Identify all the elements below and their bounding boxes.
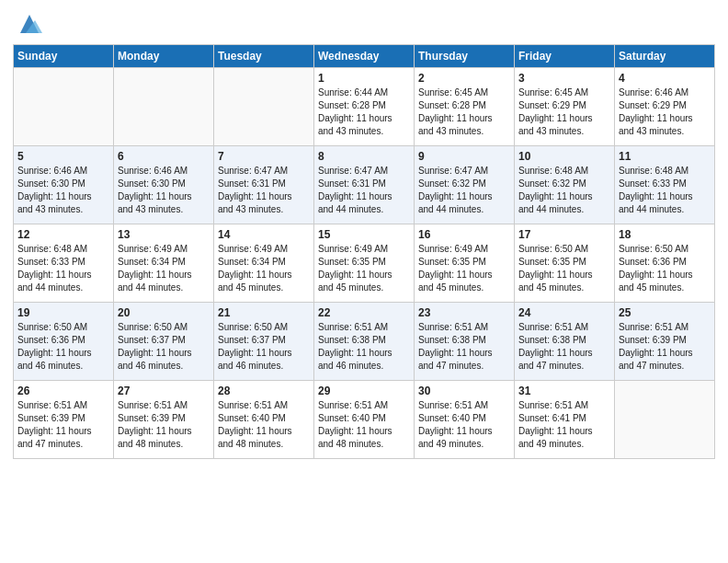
day-info: Sunrise: 6:47 AM Sunset: 6:32 PM Dayligh…: [418, 165, 510, 216]
header: [13, 9, 715, 37]
day-number: 23: [418, 306, 510, 319]
day-cell: 30Sunrise: 6:51 AM Sunset: 6:40 PM Dayli…: [415, 381, 515, 459]
day-cell: 14Sunrise: 6:49 AM Sunset: 6:34 PM Dayli…: [214, 224, 314, 303]
day-number: 22: [318, 306, 410, 319]
day-number: 18: [619, 228, 711, 241]
day-number: 3: [518, 72, 610, 85]
weekday-header-row: SundayMondayTuesdayWednesdayThursdayFrid…: [14, 45, 715, 68]
day-cell: 5Sunrise: 6:46 AM Sunset: 6:30 PM Daylig…: [14, 146, 114, 224]
week-row-3: 12Sunrise: 6:48 AM Sunset: 6:33 PM Dayli…: [14, 224, 715, 303]
day-cell: [14, 68, 114, 146]
weekday-sunday: Sunday: [14, 45, 114, 68]
day-cell: 29Sunrise: 6:51 AM Sunset: 6:40 PM Dayli…: [314, 381, 415, 459]
day-info: Sunrise: 6:50 AM Sunset: 6:36 PM Dayligh…: [619, 243, 711, 294]
day-info: Sunrise: 6:48 AM Sunset: 6:32 PM Dayligh…: [518, 165, 610, 216]
day-info: Sunrise: 6:49 AM Sunset: 6:35 PM Dayligh…: [418, 243, 510, 294]
day-cell: 27Sunrise: 6:51 AM Sunset: 6:39 PM Dayli…: [114, 381, 214, 459]
day-cell: 31Sunrise: 6:51 AM Sunset: 6:41 PM Dayli…: [515, 381, 615, 459]
day-info: Sunrise: 6:50 AM Sunset: 6:35 PM Dayligh…: [518, 243, 610, 294]
day-number: 21: [218, 306, 310, 319]
day-info: Sunrise: 6:49 AM Sunset: 6:34 PM Dayligh…: [118, 243, 210, 294]
day-cell: 12Sunrise: 6:48 AM Sunset: 6:33 PM Dayli…: [14, 224, 114, 303]
day-number: 10: [518, 150, 610, 163]
weekday-tuesday: Tuesday: [214, 45, 314, 68]
weekday-friday: Friday: [515, 45, 615, 68]
day-info: Sunrise: 6:51 AM Sunset: 6:40 PM Dayligh…: [418, 399, 510, 451]
day-number: 5: [17, 150, 109, 163]
day-info: Sunrise: 6:51 AM Sunset: 6:38 PM Dayligh…: [518, 321, 610, 373]
day-number: 2: [418, 72, 510, 85]
weekday-wednesday: Wednesday: [314, 45, 415, 68]
logo-icon: [17, 11, 42, 37]
day-number: 7: [218, 150, 310, 163]
day-number: 25: [619, 306, 711, 319]
day-info: Sunrise: 6:46 AM Sunset: 6:30 PM Dayligh…: [118, 165, 210, 216]
day-cell: 16Sunrise: 6:49 AM Sunset: 6:35 PM Dayli…: [415, 224, 515, 303]
day-number: 26: [17, 385, 109, 397]
day-info: Sunrise: 6:47 AM Sunset: 6:31 PM Dayligh…: [218, 165, 310, 216]
day-info: Sunrise: 6:46 AM Sunset: 6:29 PM Dayligh…: [619, 86, 711, 138]
day-cell: 28Sunrise: 6:51 AM Sunset: 6:40 PM Dayli…: [214, 381, 314, 459]
day-cell: 1Sunrise: 6:44 AM Sunset: 6:28 PM Daylig…: [314, 68, 415, 146]
day-info: Sunrise: 6:51 AM Sunset: 6:41 PM Dayligh…: [518, 399, 610, 451]
day-number: 31: [518, 385, 610, 397]
day-number: 29: [318, 385, 410, 397]
day-cell: 2Sunrise: 6:45 AM Sunset: 6:28 PM Daylig…: [415, 68, 515, 146]
day-cell: 4Sunrise: 6:46 AM Sunset: 6:29 PM Daylig…: [615, 68, 715, 146]
day-cell: 26Sunrise: 6:51 AM Sunset: 6:39 PM Dayli…: [14, 381, 114, 459]
day-number: 19: [17, 306, 109, 319]
day-cell: 10Sunrise: 6:48 AM Sunset: 6:32 PM Dayli…: [515, 146, 615, 224]
week-row-1: 1Sunrise: 6:44 AM Sunset: 6:28 PM Daylig…: [14, 68, 715, 146]
page: SundayMondayTuesdayWednesdayThursdayFrid…: [0, 0, 728, 563]
day-cell: 19Sunrise: 6:50 AM Sunset: 6:36 PM Dayli…: [14, 303, 114, 381]
day-info: Sunrise: 6:50 AM Sunset: 6:37 PM Dayligh…: [218, 321, 310, 373]
day-number: 1: [318, 72, 410, 85]
day-number: 28: [218, 385, 310, 397]
day-cell: [214, 68, 314, 146]
day-info: Sunrise: 6:51 AM Sunset: 6:40 PM Dayligh…: [318, 399, 410, 451]
day-info: Sunrise: 6:51 AM Sunset: 6:38 PM Dayligh…: [318, 321, 410, 373]
day-info: Sunrise: 6:46 AM Sunset: 6:30 PM Dayligh…: [17, 165, 109, 216]
day-info: Sunrise: 6:50 AM Sunset: 6:37 PM Dayligh…: [118, 321, 210, 373]
day-cell: [615, 381, 715, 459]
day-cell: 7Sunrise: 6:47 AM Sunset: 6:31 PM Daylig…: [214, 146, 314, 224]
day-number: 12: [17, 228, 109, 241]
day-cell: 20Sunrise: 6:50 AM Sunset: 6:37 PM Dayli…: [114, 303, 214, 381]
day-number: 13: [118, 228, 210, 241]
day-cell: 17Sunrise: 6:50 AM Sunset: 6:35 PM Dayli…: [515, 224, 615, 303]
day-number: 30: [418, 385, 510, 397]
day-cell: 21Sunrise: 6:50 AM Sunset: 6:37 PM Dayli…: [214, 303, 314, 381]
day-info: Sunrise: 6:51 AM Sunset: 6:40 PM Dayligh…: [218, 399, 310, 451]
day-info: Sunrise: 6:44 AM Sunset: 6:28 PM Dayligh…: [318, 86, 410, 138]
day-number: 17: [518, 228, 610, 241]
day-info: Sunrise: 6:51 AM Sunset: 6:39 PM Dayligh…: [17, 399, 109, 451]
day-number: 4: [619, 72, 711, 85]
day-number: 11: [619, 150, 711, 163]
logo: [13, 9, 42, 37]
day-cell: 11Sunrise: 6:48 AM Sunset: 6:33 PM Dayli…: [615, 146, 715, 224]
day-cell: 13Sunrise: 6:49 AM Sunset: 6:34 PM Dayli…: [114, 224, 214, 303]
day-info: Sunrise: 6:48 AM Sunset: 6:33 PM Dayligh…: [619, 165, 711, 216]
day-info: Sunrise: 6:50 AM Sunset: 6:36 PM Dayligh…: [17, 321, 109, 373]
day-number: 6: [118, 150, 210, 163]
day-cell: 6Sunrise: 6:46 AM Sunset: 6:30 PM Daylig…: [114, 146, 214, 224]
day-info: Sunrise: 6:49 AM Sunset: 6:35 PM Dayligh…: [318, 243, 410, 294]
day-info: Sunrise: 6:48 AM Sunset: 6:33 PM Dayligh…: [17, 243, 109, 294]
day-info: Sunrise: 6:47 AM Sunset: 6:31 PM Dayligh…: [318, 165, 410, 216]
day-cell: 9Sunrise: 6:47 AM Sunset: 6:32 PM Daylig…: [415, 146, 515, 224]
day-info: Sunrise: 6:51 AM Sunset: 6:38 PM Dayligh…: [418, 321, 510, 373]
day-cell: 18Sunrise: 6:50 AM Sunset: 6:36 PM Dayli…: [615, 224, 715, 303]
day-cell: 22Sunrise: 6:51 AM Sunset: 6:38 PM Dayli…: [314, 303, 415, 381]
weekday-monday: Monday: [114, 45, 214, 68]
day-number: 15: [318, 228, 410, 241]
day-number: 24: [518, 306, 610, 319]
week-row-4: 19Sunrise: 6:50 AM Sunset: 6:36 PM Dayli…: [14, 303, 715, 381]
day-info: Sunrise: 6:45 AM Sunset: 6:28 PM Dayligh…: [418, 86, 510, 138]
day-number: 27: [118, 385, 210, 397]
day-cell: 24Sunrise: 6:51 AM Sunset: 6:38 PM Dayli…: [515, 303, 615, 381]
day-info: Sunrise: 6:45 AM Sunset: 6:29 PM Dayligh…: [518, 86, 610, 138]
day-number: 9: [418, 150, 510, 163]
day-info: Sunrise: 6:51 AM Sunset: 6:39 PM Dayligh…: [118, 399, 210, 451]
weekday-thursday: Thursday: [415, 45, 515, 68]
day-cell: 3Sunrise: 6:45 AM Sunset: 6:29 PM Daylig…: [515, 68, 615, 146]
